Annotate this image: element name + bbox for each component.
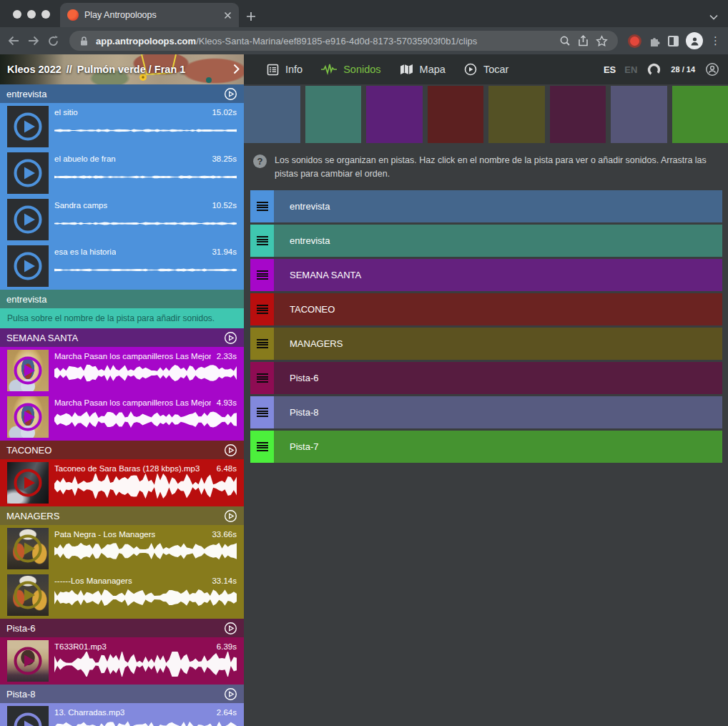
track-row-body[interactable]: entrevista (274, 190, 722, 222)
clip-play-icon[interactable] (12, 579, 44, 611)
clip-play-icon[interactable] (12, 250, 44, 282)
tab-search-chevron-icon[interactable] (709, 14, 718, 20)
project-breadcrumb[interactable]: Kleos 2022 // Pulmón verde / Fran 1 (0, 54, 244, 84)
clip-thumbnail[interactable] (7, 350, 49, 391)
forward-icon[interactable] (27, 34, 40, 47)
drag-handle[interactable] (250, 362, 274, 394)
track-row-pista-7[interactable]: Pista-7 (250, 431, 722, 463)
track-header[interactable]: Pista-8 (0, 685, 244, 703)
clip-thumbnail[interactable] (7, 528, 49, 569)
clip-thumbnail[interactable] (7, 396, 49, 438)
clip[interactable]: 13. Charradas.mp32.64s (7, 706, 238, 726)
nav-sonidos[interactable]: Sonidos (321, 64, 380, 75)
track-play-button[interactable] (224, 87, 237, 101)
language-es[interactable]: ES (604, 64, 616, 75)
track-header[interactable]: entrevista (0, 290, 244, 308)
window-minimize-button[interactable] (27, 10, 36, 19)
track-row-taconeo[interactable]: TACONEO (250, 293, 722, 325)
track-row-body[interactable]: TACONEO (274, 293, 722, 325)
clip-play-icon[interactable] (12, 711, 44, 726)
clip-play-icon[interactable] (12, 467, 44, 499)
clip[interactable]: Marcha Pasan los campanilleros Las Mejor… (7, 350, 238, 391)
side-panel-icon[interactable] (668, 36, 679, 46)
track-play-button[interactable] (224, 622, 237, 635)
share-icon[interactable] (578, 35, 589, 46)
browser-tab[interactable]: Play Antropoloops (60, 3, 239, 27)
track-row-body[interactable]: entrevista (274, 225, 722, 257)
clip-thumbnail[interactable] (7, 462, 49, 504)
drag-handle[interactable] (250, 259, 274, 291)
clip-play-icon[interactable] (12, 533, 44, 564)
track-play-button[interactable] (224, 331, 237, 345)
track-row-managers[interactable]: MANAGERS (250, 328, 722, 360)
clip-thumbnail[interactable] (7, 574, 49, 616)
color-swatch[interactable] (244, 86, 300, 143)
color-swatch[interactable] (488, 86, 545, 143)
url-text[interactable]: app.antropoloops.com/Kleos-Santa-Marina/… (96, 36, 552, 46)
browser-menu-icon[interactable]: ⋮ (710, 34, 721, 47)
back-icon[interactable] (7, 34, 20, 47)
color-swatch[interactable] (305, 86, 362, 143)
nav-info[interactable]: Info (267, 64, 302, 76)
track-row-body[interactable]: MANAGERS (274, 328, 722, 360)
reload-icon[interactable] (47, 35, 59, 47)
clip-play-icon[interactable] (12, 355, 44, 386)
drag-handle[interactable] (250, 293, 274, 325)
drag-handle[interactable] (250, 190, 274, 222)
track-play-button[interactable] (224, 443, 237, 457)
drag-handle[interactable] (250, 431, 274, 463)
clip-play-icon[interactable] (12, 204, 44, 235)
color-swatch[interactable] (611, 86, 667, 143)
clip[interactable]: Marcha Pasan los campanilleros Las Mejor… (7, 396, 238, 438)
color-swatch[interactable] (366, 86, 423, 143)
track-row-pista-6[interactable]: Pista-6 (250, 362, 722, 394)
clip-play-icon[interactable] (12, 645, 44, 677)
track-row-entrevista[interactable]: entrevista (250, 225, 722, 257)
nav-mapa[interactable]: Mapa (400, 64, 446, 75)
recording-indicator-icon[interactable] (630, 36, 639, 46)
track-play-button[interactable] (224, 687, 237, 701)
clip-play-icon[interactable] (12, 111, 44, 142)
clip-thumbnail[interactable] (7, 245, 49, 287)
drag-handle[interactable] (250, 396, 274, 428)
color-swatch[interactable] (550, 86, 606, 143)
clip[interactable]: esa es la historia31.94s (7, 245, 238, 287)
clip[interactable]: Taconeo de Sara Baras (128 kbps).mp36.48… (7, 462, 238, 504)
track-row-body[interactable]: SEMANA SANTA (274, 259, 722, 291)
clip[interactable]: T633R01.mp36.39s (7, 640, 238, 682)
track-row-semana-santa[interactable]: SEMANA SANTA (250, 259, 722, 291)
breadcrumb-chevron-icon[interactable] (233, 64, 240, 77)
clip[interactable]: Pata Negra - Los Managers33.66s (7, 528, 238, 569)
clip-thumbnail[interactable] (7, 199, 49, 240)
track-header[interactable]: TACONEO (0, 441, 244, 459)
clip-thumbnail[interactable] (7, 640, 49, 682)
track-header[interactable]: Pista-6 (0, 619, 244, 637)
color-swatch[interactable] (672, 86, 728, 143)
nav-tocar[interactable]: Tocar (464, 63, 508, 76)
clip-thumbnail[interactable] (7, 706, 49, 726)
track-header[interactable]: entrevista (0, 84, 244, 103)
clip[interactable]: el sitio15.02s (7, 106, 238, 147)
lock-icon[interactable] (79, 36, 89, 46)
extensions-puzzle-icon[interactable] (649, 35, 661, 47)
window-zoom-button[interactable] (41, 10, 50, 19)
account-icon[interactable] (705, 62, 719, 77)
track-row-entrevista[interactable]: entrevista (250, 190, 722, 222)
window-controls[interactable] (13, 10, 50, 19)
track-header[interactable]: SEMANA SANTA (0, 328, 244, 347)
bookmark-star-icon[interactable] (596, 35, 608, 47)
breadcrumb-project[interactable]: Kleos 2022 (7, 64, 62, 75)
drag-handle[interactable] (250, 225, 274, 257)
search-icon[interactable] (559, 35, 571, 46)
language-en[interactable]: EN (624, 64, 637, 75)
new-tab-button[interactable] (246, 11, 256, 21)
drag-handle[interactable] (250, 328, 274, 360)
profile-avatar[interactable] (686, 32, 703, 49)
clip[interactable]: ------Los Mananagers33.14s (7, 574, 238, 616)
address-bar[interactable]: app.antropoloops.com/Kleos-Santa-Marina/… (69, 31, 618, 51)
clip-play-icon[interactable] (12, 157, 44, 189)
track-header[interactable]: MANAGERS (0, 506, 244, 525)
clip-thumbnail[interactable] (7, 106, 49, 147)
clip[interactable]: Sandra camps10.52s (7, 199, 238, 240)
track-row-pista-8[interactable]: Pista-8 (250, 396, 722, 428)
